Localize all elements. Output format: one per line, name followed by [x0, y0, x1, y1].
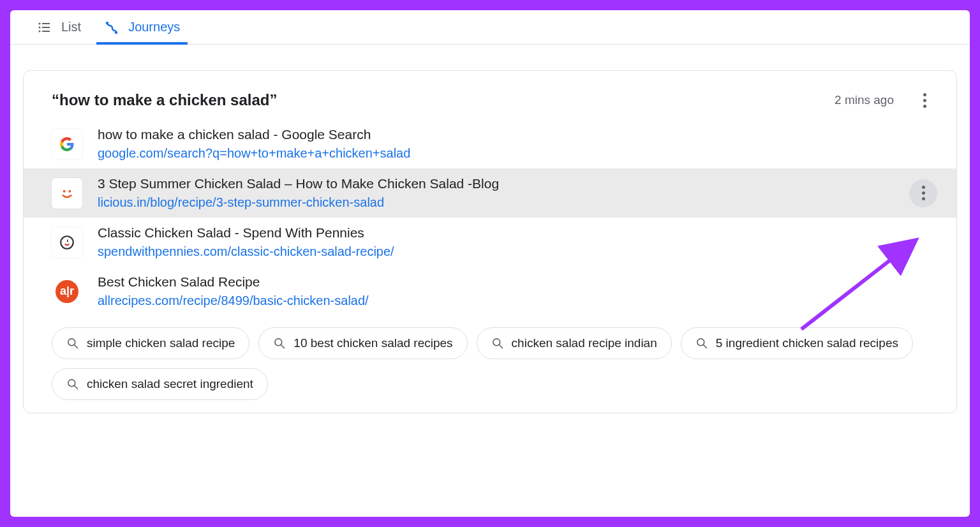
related-chip[interactable]: chicken salad recipe indian	[477, 327, 672, 359]
svg-point-2	[39, 26, 41, 28]
journey-card: “how to make a chicken salad” 2 mins ago…	[23, 70, 957, 413]
tab-journeys-label: Journeys	[128, 20, 180, 34]
entry-url: google.com/search?q=how+to+make+a+chicke…	[98, 146, 937, 161]
svg-line-18	[703, 345, 706, 348]
chip-label: simple chicken salad recipe	[87, 336, 235, 350]
search-icon	[66, 337, 79, 350]
favicon-spendwithpennies	[52, 227, 82, 258]
entry-title: Classic Chicken Salad - Spend With Penni…	[98, 225, 937, 241]
related-searches: simple chicken salad recipe 10 best chic…	[24, 316, 956, 400]
entry-title: 3 Step Summer Chicken Salad – How to Mak…	[98, 176, 894, 191]
journey-query: “how to make a chicken salad”	[52, 91, 835, 109]
more-vert-icon	[923, 93, 926, 108]
tab-list-label: List	[61, 20, 81, 34]
tabs-bar: List Journeys	[10, 10, 970, 45]
history-entry[interactable]: Classic Chicken Salad - Spend With Penni…	[24, 218, 956, 267]
svg-point-0	[39, 22, 41, 24]
favicon-allrecipes: a|r	[52, 276, 82, 307]
svg-line-20	[75, 386, 78, 389]
svg-line-16	[499, 345, 502, 348]
journey-header: “how to make a chicken salad” 2 mins ago	[24, 71, 956, 119]
favicon-google	[52, 129, 82, 160]
related-chip[interactable]: simple chicken salad recipe	[52, 327, 249, 359]
chip-label: 10 best chicken salad recipes	[293, 336, 452, 350]
entry-url: licious.in/blog/recipe/3-step-summer-chi…	[98, 195, 894, 210]
history-entry[interactable]: a|r Best Chicken Salad Recipe allrecipes…	[24, 267, 956, 316]
svg-rect-1	[42, 23, 50, 24]
chip-label: chicken salad recipe indian	[512, 336, 657, 350]
svg-point-4	[39, 30, 41, 32]
entry-url: allrecipes.com/recipe/8499/basic-chicken…	[98, 293, 937, 308]
search-icon	[273, 337, 286, 350]
chip-label: 5 ingredient chicken salad recipes	[716, 336, 898, 350]
search-icon	[695, 337, 708, 350]
svg-rect-3	[42, 27, 50, 28]
journey-menu-button[interactable]	[912, 87, 937, 113]
search-icon	[491, 337, 504, 350]
history-entry-highlighted[interactable]: 3 Step Summer Chicken Salad – How to Mak…	[24, 168, 956, 218]
history-entry[interactable]: how to make a chicken salad - Google Sea…	[24, 119, 956, 168]
svg-point-9	[68, 189, 71, 192]
entry-title: how to make a chicken salad - Google Sea…	[98, 127, 937, 142]
svg-point-7	[115, 31, 117, 33]
entry-title: Best Chicken Salad Recipe	[98, 274, 937, 290]
related-chip[interactable]: 5 ingredient chicken salad recipes	[681, 327, 913, 359]
related-chip[interactable]: 10 best chicken salad recipes	[258, 327, 467, 359]
app-frame: List Journeys “how to make a chicken sal…	[10, 10, 970, 517]
more-vert-icon	[922, 186, 925, 200]
svg-line-14	[281, 345, 285, 348]
journeys-icon	[104, 20, 119, 35]
svg-point-8	[63, 189, 66, 192]
list-icon	[37, 20, 52, 35]
chip-label: chicken salad secret ingredient	[87, 377, 253, 391]
favicon-licious	[52, 178, 82, 209]
svg-line-12	[75, 345, 78, 348]
entry-menu-button[interactable]	[909, 179, 937, 207]
tab-list[interactable]: List	[37, 10, 81, 44]
svg-rect-5	[42, 31, 50, 32]
svg-point-6	[106, 21, 108, 24]
tab-journeys[interactable]: Journeys	[104, 10, 180, 44]
search-icon	[66, 378, 79, 390]
entry-url: spendwithpennies.com/classic-chicken-sal…	[98, 244, 937, 259]
related-chip[interactable]: chicken salad secret ingredient	[52, 368, 268, 400]
journey-timestamp: 2 mins ago	[835, 93, 894, 107]
